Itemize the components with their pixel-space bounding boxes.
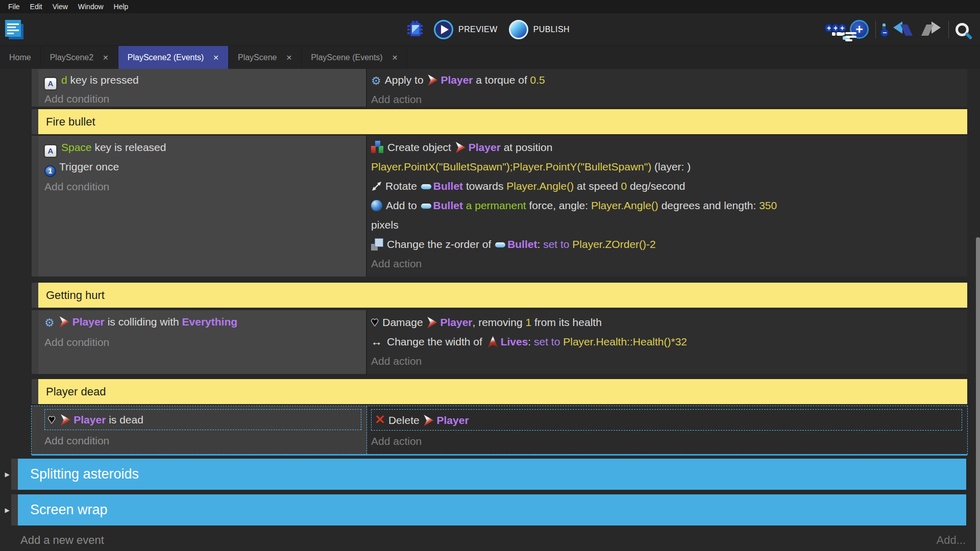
event-gutter	[32, 379, 38, 404]
heart-icon: ♥	[48, 412, 55, 426]
tab-label: PlayScene2	[50, 53, 93, 62]
add-action-button[interactable]: Add action	[371, 352, 967, 371]
event-gutter	[32, 136, 38, 277]
menu-edit[interactable]: Edit	[25, 3, 47, 11]
actions-cell[interactable]: ⚙Apply to Player a torque of 0.5 Add act…	[367, 69, 967, 107]
bullet-object-icon	[421, 204, 431, 209]
actions-cell[interactable]: ♥Damage Player, removing 1 from its heal…	[367, 310, 967, 374]
delete-selection-button[interactable]: −	[883, 25, 886, 34]
tab-bar: Home PlayScene2 ✕ PlayScene2 (Events) ✕ …	[0, 46, 980, 69]
add-condition-button[interactable]: Add condition	[44, 177, 366, 196]
comment-fire-bullet[interactable]: Fire bullet	[32, 109, 967, 134]
event-gutter	[32, 69, 38, 107]
action-sentence[interactable]: ♥Damage Player, removing 1 from its heal…	[371, 312, 967, 332]
menu-help[interactable]: Help	[109, 3, 134, 11]
sheet-footer: Add a new event Add...	[0, 525, 980, 547]
toolbar: PREVIEW PUBLISH + + + + −	[0, 13, 980, 46]
action-sentence[interactable]: ⚙Apply to Player a torque of 0.5	[371, 71, 967, 90]
event-d-key: Ad key is pressed Add condition ⚙Apply t…	[32, 69, 967, 107]
menu-file[interactable]: File	[3, 3, 25, 11]
close-icon[interactable]: ✕	[392, 54, 398, 62]
condition-sentence[interactable]: ⚙Player is colliding with Everything	[44, 312, 366, 333]
action-sentence[interactable]: Rotate Bullet towards Player.Angle() at …	[371, 177, 967, 196]
add-action-button[interactable]: Add action	[371, 90, 967, 107]
event-group-screen-wrap[interactable]: ▶ Screen wrap	[3, 494, 966, 525]
group-collapse-arrow-icon[interactable]: ▶	[3, 494, 11, 525]
publish-globe-icon	[509, 20, 528, 39]
tab-playscene-events[interactable]: PlayScene (Events) ✕	[302, 46, 407, 69]
event-fire-bullet: ASpace key is released 1Trigger once Add…	[32, 136, 967, 277]
plus-badge-icon: +	[838, 23, 847, 33]
physics-behavior-icon: ⚙	[44, 316, 55, 329]
action-sentence[interactable]: Create object Player at position Player.…	[371, 138, 967, 177]
comment-getting-hurt[interactable]: Getting hurt	[32, 283, 967, 308]
player-object-icon	[59, 316, 69, 328]
lives-object-icon	[488, 336, 498, 347]
action-sentence[interactable]: Add to Bullet a permanent force, angle: …	[371, 196, 967, 235]
toolbar-separator	[948, 21, 949, 38]
redo-button[interactable]	[920, 20, 942, 39]
add-new-event-button[interactable]: Add a new event	[20, 534, 104, 547]
condition-sentence[interactable]: Ad key is pressed	[44, 71, 366, 90]
event-getting-hurt: ⚙Player is colliding with Everything Add…	[32, 310, 967, 374]
close-icon[interactable]: ✕	[103, 54, 109, 62]
condition-sentence[interactable]: 1Trigger once	[44, 157, 366, 177]
tab-playscene2-events[interactable]: PlayScene2 (Events) ✕	[118, 46, 229, 69]
force-icon	[371, 200, 382, 211]
search-icon[interactable]	[955, 23, 969, 36]
tab-playscene2[interactable]: PlayScene2 ✕	[41, 46, 118, 69]
delete-cross-icon: ✕	[375, 412, 385, 427]
tab-label: PlayScene	[238, 53, 277, 62]
menu-window[interactable]: Window	[73, 3, 109, 11]
toolbar-separator	[875, 21, 876, 38]
add-condition-button[interactable]: Add condition	[44, 90, 366, 107]
player-object-icon	[427, 317, 437, 328]
actions-cell[interactable]: ✕Delete Player Add action	[367, 406, 967, 454]
event-gutter	[11, 459, 18, 490]
create-object-icon	[371, 141, 384, 154]
player-object-icon	[427, 74, 437, 86]
menu-view[interactable]: View	[47, 3, 73, 11]
add-action-button[interactable]: Add action	[371, 254, 967, 273]
comment-player-dead[interactable]: Player dead	[32, 379, 967, 404]
undo-button[interactable]	[892, 20, 914, 39]
add-action-button[interactable]: Add action	[371, 432, 967, 451]
menu-bar: File Edit View Window Help	[0, 0, 980, 13]
bullet-object-icon	[421, 184, 431, 189]
actions-cell[interactable]: Create object Player at position Player.…	[367, 136, 967, 277]
conditions-cell[interactable]: ⚙Player is colliding with Everything Add…	[38, 310, 367, 374]
comment-text: Getting hurt	[46, 289, 105, 302]
tab-home[interactable]: Home	[0, 46, 41, 69]
group-collapse-arrow-icon[interactable]: ▶	[3, 459, 11, 490]
player-object-icon	[60, 414, 70, 425]
debugger-icon[interactable]	[410, 23, 421, 36]
close-icon[interactable]: ✕	[286, 54, 292, 62]
action-sentence[interactable]: ↔Change the width of Lives: set to Playe…	[371, 332, 967, 352]
event-group-splitting-asteroids[interactable]: ▶ Splitting asteroids	[3, 459, 966, 490]
preview-button[interactable]: PREVIEW	[434, 20, 498, 39]
conditions-cell[interactable]: Ad key is pressed Add condition	[38, 69, 367, 107]
action-sentence[interactable]: Change the z-order of Bullet: set to Pla…	[371, 235, 967, 254]
event-gutter	[32, 283, 38, 308]
conditions-cell[interactable]: ASpace key is released 1Trigger once Add…	[38, 136, 367, 277]
preview-play-icon	[434, 20, 453, 39]
action-sentence-selected[interactable]: ✕Delete Player	[371, 409, 962, 431]
keyboard-icon: A	[44, 145, 57, 157]
player-object-icon	[424, 415, 434, 426]
heart-icon: ♥	[371, 315, 378, 329]
conditions-cell[interactable]: ♥Player is dead Add condition	[38, 406, 367, 454]
publish-button[interactable]: PUBLISH	[509, 20, 570, 39]
add-condition-button[interactable]: Add condition	[44, 333, 366, 352]
zorder-icon	[371, 238, 384, 251]
condition-sentence[interactable]: ASpace key is released	[44, 138, 366, 157]
group-title: Screen wrap	[30, 502, 108, 518]
condition-sentence-selected[interactable]: ♥Player is dead	[44, 409, 361, 430]
gdevelop-logo-icon[interactable]	[5, 20, 23, 39]
tab-label: Home	[9, 53, 31, 62]
add-more-footer-button[interactable]: Add...	[937, 534, 966, 547]
tab-playscene[interactable]: PlayScene ✕	[229, 46, 302, 69]
close-icon[interactable]: ✕	[213, 54, 219, 62]
plus-icon: +	[855, 23, 863, 36]
add-condition-button[interactable]: Add condition	[44, 431, 366, 450]
vertical-scrollbar[interactable]	[976, 237, 980, 551]
